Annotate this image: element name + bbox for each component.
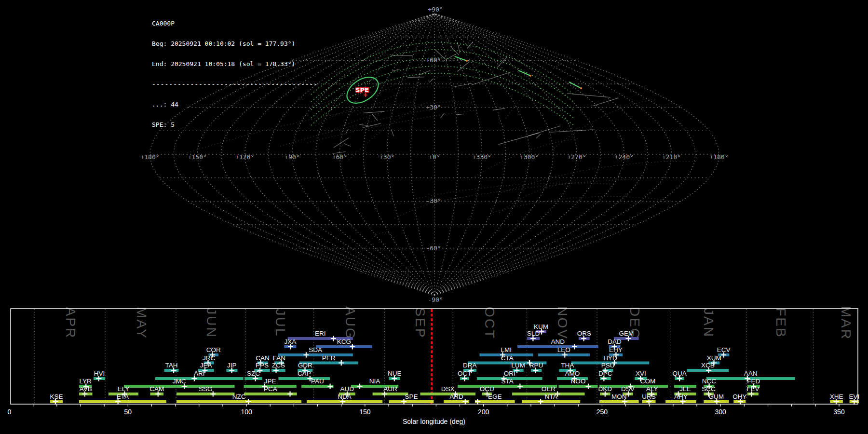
- shower-label-ELY: ELY: [118, 385, 130, 393]
- separator-line: ---------------------------------------: [152, 81, 318, 88]
- radiant-drift-track: [328, 102, 474, 132]
- shower-label-FAN: FAN: [273, 354, 285, 362]
- month-label: JAN: [701, 308, 716, 338]
- shower-label-NZC: NZC: [232, 393, 246, 400]
- month-label: OCT: [482, 307, 497, 339]
- shower-bar-KCG: [316, 345, 372, 348]
- spe-count: SPE: 5: [152, 122, 318, 128]
- radiant-drift-track: [446, 20, 447, 68]
- shower-label-AVB: AVB: [80, 385, 92, 393]
- shower-label-LMI: LMI: [501, 346, 512, 353]
- meteor-trail: [592, 98, 618, 106]
- meteor-trail: [467, 41, 473, 48]
- month-label: JUL: [273, 309, 288, 338]
- shower-bar-NZC: [176, 400, 301, 403]
- shower-bar-MON: [599, 400, 639, 403]
- shower-label-AUR: AUR: [383, 385, 397, 393]
- shower-label-JEA: JEA: [200, 362, 212, 369]
- shower-label-JMC: JMC: [173, 378, 186, 385]
- month-label: APR: [63, 307, 78, 339]
- latitude-label: +30°: [426, 104, 441, 111]
- shower-label-SZC: SZC: [247, 370, 260, 377]
- shower-bar-ETA: [79, 400, 166, 403]
- shower-label-LYR: LYR: [79, 378, 92, 385]
- meteor-trail: [457, 62, 469, 71]
- shower-label-NIA: NIA: [369, 378, 380, 385]
- shower-label-EGE: EGE: [488, 393, 502, 400]
- month-label: NOV: [555, 306, 570, 340]
- shower-label-AAN: AAN: [744, 370, 758, 377]
- sky-map-and-timeline: +90°-90°+60°+30°-30°-60°+180°+150°+120°+…: [0, 0, 868, 434]
- shower-label-PER: PER: [322, 354, 336, 362]
- longitude-label: +120°: [235, 153, 254, 161]
- meteor-trail: [407, 77, 424, 78]
- drift-marker-dot: [529, 75, 531, 77]
- x-tick-label: 200: [478, 408, 489, 416]
- shower-label-SPE: SPE: [405, 393, 418, 400]
- shower-label-ERI: ERI: [315, 330, 326, 337]
- shower-label-JIP: JIP: [227, 362, 237, 369]
- drift-marker-dot: [580, 87, 582, 89]
- shower-bar-SDA: [278, 353, 353, 356]
- meteor-trail: [359, 124, 368, 125]
- shower-label-KCG: KCG: [337, 338, 351, 345]
- shower-bar-SPE: [389, 400, 434, 403]
- shower-label-COR: COR: [206, 346, 221, 353]
- pole-label-south: -90°: [428, 296, 443, 303]
- meteor-trail: [536, 134, 541, 138]
- shower-label-GUM: GUM: [709, 393, 724, 400]
- shower-peak-marker-PCA: [287, 392, 293, 397]
- meteor-trail: [458, 42, 460, 53]
- meteor-trail: [429, 79, 434, 82]
- radiant-drift-track: [506, 62, 565, 119]
- radiant-drift-track: [466, 36, 491, 106]
- latitude-label: -30°: [426, 197, 441, 204]
- radiant-drift-track: [512, 55, 518, 78]
- latitude-label: -60°: [426, 244, 441, 252]
- shower-label-OER: OER: [542, 385, 556, 393]
- longitude-label: +90°: [285, 153, 299, 161]
- shower-label-CTA: CTA: [501, 354, 514, 362]
- shower-label-SCC: SCC: [702, 385, 716, 393]
- end-time: End: 20250921 10:05:18 (sol = 178.33°): [152, 61, 318, 68]
- shower-peak-marker-NZC: [246, 399, 251, 405]
- shower-label-OCT: OCT: [458, 370, 472, 377]
- shower-label-KSE: KSE: [50, 393, 63, 400]
- radiant-drift-track: [552, 99, 656, 150]
- radiant-drift-track: [316, 104, 403, 126]
- meteor-trail: [550, 130, 593, 132]
- meteor-trail: [472, 72, 511, 85]
- meteor-trail: [344, 143, 351, 146]
- x-tick-label: 350: [833, 408, 845, 416]
- shower-label-JPE: JPE: [264, 378, 276, 385]
- meteor-trail: [493, 108, 505, 110]
- shower-label-SDA: SDA: [309, 346, 322, 353]
- shower-label-ETA: ETA: [117, 393, 129, 400]
- x-tick-label: 100: [241, 408, 252, 416]
- meteor-trail: [372, 114, 378, 121]
- shower-label-HVI: HVI: [94, 370, 105, 377]
- month-label: SEP: [413, 307, 428, 339]
- shower-label-STA: STA: [501, 378, 513, 385]
- shower-label-PAU: PAU: [311, 378, 324, 385]
- radiant-drift-track: [426, 178, 646, 203]
- radiant-drift-track: [307, 110, 474, 143]
- shower-label-LEO: LEO: [557, 346, 570, 353]
- shower-drift-arc: [311, 73, 574, 125]
- month-label: MAR: [839, 306, 854, 340]
- shower-label-AUD: AUD: [340, 385, 354, 393]
- shower-label-ARD: ARD: [449, 393, 463, 400]
- radiant-drift-track: [500, 183, 574, 213]
- longitude-label: +270°: [567, 153, 586, 161]
- shower-label-OHY: OHY: [732, 393, 746, 400]
- shower-label-FED: FED: [747, 378, 760, 385]
- shower-peak-marker-SDA: [303, 353, 309, 358]
- shower-peak-marker-PER: [339, 360, 344, 366]
- observation-info-block: CA000P Beg: 20250921 00:10:02 (sol = 177…: [152, 7, 318, 142]
- shower-label-AHY: AHY: [674, 393, 688, 400]
- shower-label-NOO: NOO: [571, 378, 586, 385]
- app-window: +90°-90°+60°+30°-30°-60°+180°+150°+120°+…: [0, 0, 868, 434]
- shower-drift-highlight: [455, 56, 467, 61]
- shower-peak-marker-ARD: [462, 399, 468, 405]
- radiant-drift-track: [313, 87, 475, 106]
